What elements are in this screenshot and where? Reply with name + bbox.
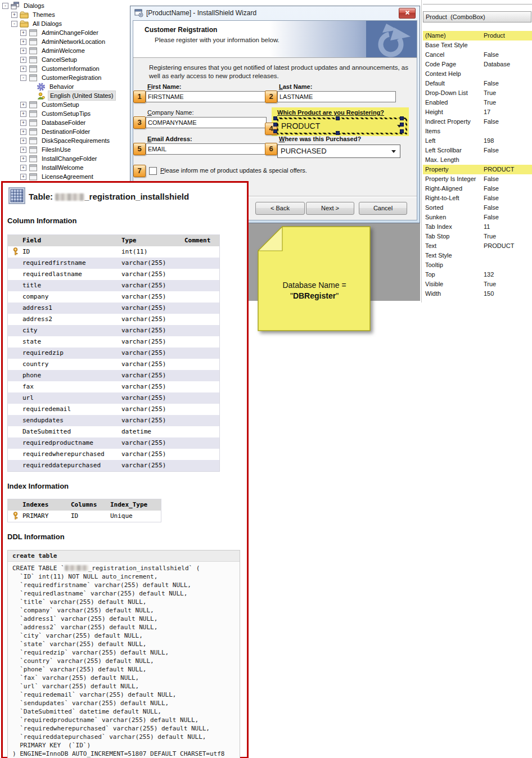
wizard-titlebar[interactable]: [ProductName] - InstallShield Wizard (130, 6, 420, 20)
field-product-badge: 4 (265, 109, 405, 135)
back-button[interactable]: < Back (255, 202, 305, 215)
tree-item[interactable]: +CustomSetupTips (0, 109, 128, 118)
tree-item[interactable]: +AdminChangeFolder (0, 28, 128, 37)
tree-item[interactable]: +InstallWelcome (0, 163, 128, 172)
tree-item[interactable]: -CustomerRegistration (0, 73, 128, 82)
email-input[interactable]: EMAIL (146, 143, 267, 155)
property-row[interactable]: Right-to-LeftFalse (423, 193, 532, 203)
property-row[interactable]: Tooltip (423, 260, 532, 270)
tree-item[interactable]: +LicenseAgreement (0, 172, 128, 181)
purchased-combobox[interactable]: PURCHASED (277, 145, 400, 158)
tree-item[interactable]: +DiskSpaceRequirements (0, 136, 128, 145)
tree-expander[interactable]: + (20, 165, 26, 171)
tree-expander[interactable]: + (20, 111, 26, 117)
column-header: Type (121, 235, 184, 246)
property-row[interactable]: Tab Index11 (423, 222, 532, 232)
tree-expander[interactable]: + (20, 30, 26, 36)
tree-expander[interactable]: + (20, 48, 26, 54)
tree-expander[interactable]: + (20, 39, 26, 45)
tree-item[interactable]: +InstallChangeFolder (0, 154, 128, 163)
property-row[interactable]: Context Help (423, 69, 532, 79)
tree-item[interactable]: +CustomSetup (0, 100, 128, 109)
property-grid-object-selector[interactable]: Product (ComboBox) (423, 11, 531, 22)
cancel-button[interactable]: Cancel (359, 202, 407, 215)
property-row[interactable]: VisibleTrue (423, 279, 532, 289)
comment-cell (184, 325, 219, 336)
tree-expander[interactable]: + (20, 102, 26, 108)
selection-handle[interactable] (336, 116, 340, 120)
last-name-input[interactable]: LASTNAME (277, 91, 396, 102)
property-row[interactable]: Width150 (423, 289, 532, 299)
tree-item[interactable]: English (United States) (0, 91, 128, 100)
tree-item[interactable]: +AdminWelcome (0, 46, 128, 55)
tree-item[interactable]: +CustomerInformation (0, 64, 128, 73)
key-icon (8, 511, 22, 522)
property-row[interactable]: Right-AlignedFalse (423, 184, 532, 193)
dialog-icon (29, 146, 38, 154)
property-label: Max. Length (423, 155, 484, 165)
selection-handle[interactable] (273, 116, 277, 120)
property-row[interactable]: CancelFalse (423, 50, 532, 60)
property-row[interactable]: DefaultFalse (423, 79, 532, 88)
close-button[interactable] (399, 8, 416, 19)
table-row: requiredlastnamevarchar(255) (8, 269, 219, 280)
tree-expander[interactable]: + (20, 57, 26, 63)
property-row[interactable]: Max. Length (423, 155, 532, 165)
property-row[interactable]: Indirect PropertyFalse (423, 117, 532, 127)
property-row[interactable]: Tab StopTrue (423, 232, 532, 241)
property-row[interactable]: PropertyPRODUCT (423, 165, 532, 174)
tree-expander[interactable]: + (20, 174, 26, 180)
property-row[interactable]: SunkenFalse (423, 213, 532, 222)
next-button[interactable]: Next > (306, 202, 354, 215)
property-row[interactable]: Left ScrollbarFalse (423, 146, 532, 155)
tree-item[interactable]: +Themes (0, 10, 128, 19)
type-cell: varchar(255) (121, 460, 184, 471)
selection-handle[interactable] (336, 131, 340, 135)
property-row[interactable]: Property Is IntegerFalse (423, 174, 532, 184)
tree-expander[interactable]: + (20, 138, 26, 144)
tree-expander[interactable]: + (20, 156, 26, 162)
property-label: Top (423, 270, 484, 279)
company-name-input[interactable]: COMPANYNAME (146, 117, 267, 128)
property-row[interactable]: Base Text Style (423, 40, 532, 50)
property-row[interactable]: SortedFalse (423, 203, 532, 213)
property-row[interactable]: Text Style (423, 251, 532, 260)
property-row[interactable]: Items (423, 127, 532, 136)
tree-expander[interactable]: + (20, 66, 26, 72)
selection-handle[interactable] (273, 129, 277, 133)
selection-handle[interactable] (273, 123, 277, 127)
tree-item[interactable]: +DestinationFolder (0, 127, 128, 136)
selection-handle[interactable] (400, 116, 404, 120)
property-row[interactable]: Left198 (423, 136, 532, 146)
tree-item[interactable]: +AdminNetworkLocation (0, 37, 128, 46)
tree-item[interactable]: -Dialogs (0, 1, 128, 10)
tree-item[interactable]: -All Dialogs (0, 19, 128, 28)
property-row[interactable]: Drop-Down ListTrue (423, 88, 532, 98)
tree-expander[interactable]: + (20, 120, 26, 126)
updates-checkbox[interactable] (149, 167, 157, 175)
tree-expander[interactable]: - (2, 3, 8, 9)
tree-item[interactable]: +DatabaseFolder (0, 118, 128, 127)
first-name-input[interactable]: FIRSTNAME (146, 91, 267, 102)
tree-expander[interactable]: + (20, 129, 26, 135)
key-icon (8, 280, 22, 291)
selection-handle[interactable] (400, 129, 404, 133)
property-value: 150 (484, 289, 532, 299)
tree-expander[interactable]: - (11, 21, 17, 27)
property-row[interactable]: Top132 (423, 270, 532, 279)
tree-item[interactable]: +FilesInUse (0, 145, 128, 154)
tree-item[interactable]: +CancelSetup (0, 55, 128, 64)
selection-handle[interactable] (400, 123, 404, 127)
property-row[interactable]: EnabledTrue (423, 98, 532, 107)
property-row[interactable]: TextPRODUCT (423, 241, 532, 251)
property-value: False (484, 213, 532, 222)
tree-expander[interactable]: + (11, 12, 17, 18)
property-row[interactable]: Code PageDatabase (423, 60, 532, 69)
tree-item-label: InstallWelcome (40, 163, 85, 172)
panel-splitter[interactable] (421, 0, 422, 303)
property-row[interactable]: Height17 (423, 107, 532, 117)
tree-expander[interactable]: - (20, 75, 26, 81)
tree-expander[interactable]: + (20, 147, 26, 153)
property-row[interactable]: (Name)Product (423, 31, 532, 40)
tree-item[interactable]: Behavior (0, 82, 128, 91)
